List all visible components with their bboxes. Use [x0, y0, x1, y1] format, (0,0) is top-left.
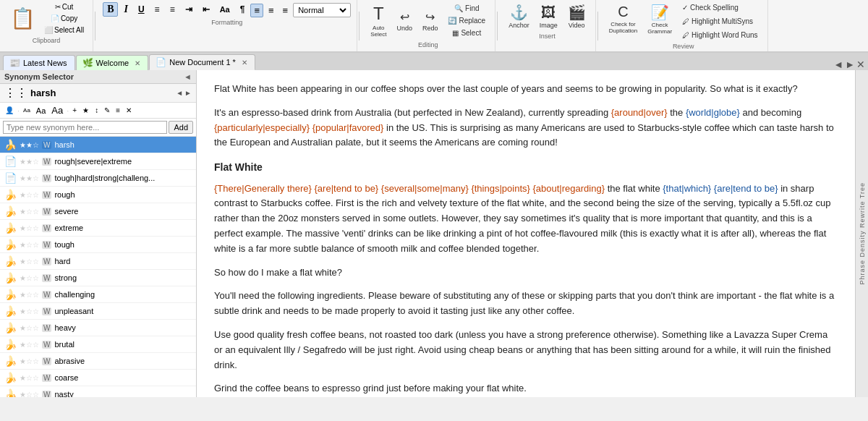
syn-item-nasty[interactable]: 🍌 ★☆☆ W nasty	[0, 386, 196, 397]
word-nav-prev[interactable]: ◄	[176, 89, 183, 97]
font-size-button[interactable]: Aa	[216, 4, 234, 15]
syn-item-nasty-icon: 🍌	[4, 388, 17, 397]
auto-select-button[interactable]: T AutoSelect	[367, 1, 390, 40]
syn-item-hard[interactable]: 🍌 ★☆☆ W hard	[0, 253, 196, 270]
align-left-button[interactable]: ≡	[250, 4, 263, 17]
doc-heading-1: Flat White	[214, 159, 838, 175]
syn-delete-button[interactable]: ✕	[124, 106, 134, 115]
align-right-button[interactable]: ≡	[279, 4, 292, 17]
close-welcome-tab[interactable]: ✕	[135, 59, 140, 67]
synonym-search-input[interactable]	[3, 121, 167, 134]
tab-latest-news[interactable]: 📰 Latest News	[3, 55, 75, 70]
doc-paragraph-6: Use good quality fresh coffee beans, not…	[214, 328, 838, 373]
check-spelling-button[interactable]: ✓ Check Spelling	[678, 1, 762, 14]
panel-title-label: Synonym Selector	[4, 72, 74, 81]
auto-select-icon: T	[373, 4, 384, 24]
image-button[interactable]: 🖼 Image	[536, 2, 561, 31]
syn-item-tough-hard[interactable]: 📄 ★★☆ W tough|hard|strong|challeng...	[0, 170, 196, 187]
nav-right-button[interactable]: ►	[845, 59, 855, 70]
close-new-document-tab[interactable]: ✕	[242, 59, 247, 67]
highlight-word-button[interactable]: 🖊 Highlight Word Runs	[678, 29, 762, 41]
syn-item-brutal[interactable]: 🍌 ★☆☆ W brutal	[0, 336, 196, 353]
italic-button[interactable]: I	[119, 2, 132, 17]
syn-toolbar-sep2: ·	[67, 106, 69, 115]
syn-item-rough[interactable]: 🍌 ★☆☆ W rough	[0, 187, 196, 203]
syn-item-strong[interactable]: 🍌 ★☆☆ W strong	[0, 270, 196, 286]
welcome-icon: 🌿	[82, 58, 93, 68]
tab-welcome[interactable]: 🌿 Welcome ✕	[76, 55, 149, 70]
syn-item-tough[interactable]: 🍌 ★☆☆ W tough	[0, 237, 196, 253]
syn-item-strong-text: strong	[54, 273, 192, 282]
panel-collapse-icon[interactable]: ◄	[184, 72, 192, 81]
tab-new-document[interactable]: 📄 New Document 1 * ✕	[149, 54, 255, 70]
syn-sort-button[interactable]: ↕	[93, 106, 101, 115]
syn-item-heavy-icon: 🍌	[4, 322, 17, 333]
check-duplication-button[interactable]: C Check forDuplication	[605, 1, 642, 36]
anchor-button[interactable]: ⚓ Anchor	[505, 1, 533, 31]
replace-button[interactable]: 🔄 Replace	[444, 14, 489, 27]
review-group: C Check forDuplication 📝 CheckGrammar ✓ …	[600, 0, 768, 51]
syn-font-large-button[interactable]: Aa	[34, 106, 48, 116]
synonym-add-button[interactable]: Add	[169, 121, 193, 134]
syn-edit-button[interactable]: ✎	[102, 106, 112, 115]
underline-button[interactable]: U	[134, 3, 149, 16]
font-style-select[interactable]: Normal Heading 1 Heading 2	[295, 5, 349, 15]
cut-button[interactable]: ✂ Cut	[41, 1, 87, 12]
syn-item-harsh[interactable]: 🍌 ★★☆ W harsh	[0, 137, 196, 153]
paragraph-mark-button[interactable]: ¶	[236, 3, 250, 16]
font-style-combo[interactable]: Normal Heading 1 Heading 2	[293, 3, 351, 17]
syn-item-challenging-stars: ★☆☆	[20, 291, 39, 299]
numbering-button[interactable]: ≡	[166, 3, 179, 16]
syn-item-severe[interactable]: 🍌 ★☆☆ W severe	[0, 203, 196, 220]
syn-item-coarse[interactable]: 🍌 ★☆☆ W coarse	[0, 370, 196, 386]
doc-para-6-text: Use good quality fresh coffee beans, not…	[214, 329, 831, 370]
nav-left-button[interactable]: ◄	[833, 59, 843, 70]
redo-button[interactable]: ↪ Redo	[419, 8, 442, 34]
doc-para-3-orange-5: {about|regarding}	[532, 183, 605, 194]
syn-item-hard-icon: 🍌	[4, 255, 17, 267]
redo-icon: ↪	[425, 10, 435, 24]
check-grammar-button[interactable]: 📝 CheckGrammar	[644, 1, 676, 37]
syn-options-button[interactable]: ≡	[114, 106, 122, 115]
syn-item-rse-icon: 📄	[4, 156, 17, 167]
check-grammar-icon: 📝	[651, 4, 669, 21]
syn-item-nasty-stars: ★☆☆	[20, 391, 39, 398]
video-button[interactable]: 🎬 Video	[564, 1, 590, 31]
select-all-button[interactable]: ⬜ Select All	[41, 25, 87, 35]
syn-person-button[interactable]: 👤	[3, 106, 16, 115]
bold-button[interactable]: B	[103, 2, 118, 17]
syn-item-rough-severe[interactable]: 📄 ★★☆ W rough|severe|extreme	[0, 153, 196, 170]
select-button[interactable]: ▦ Select	[448, 27, 485, 39]
syn-add-group-button[interactable]: +	[70, 106, 79, 115]
syn-item-extreme[interactable]: 🍌 ★☆☆ W extreme	[0, 220, 196, 237]
bullets-button[interactable]: ≡	[150, 3, 164, 16]
document-scroll[interactable]: Flat White has been appearing in our cof…	[197, 70, 855, 397]
syn-toolbar-sep1: ·	[17, 106, 20, 115]
highlight-multi-button[interactable]: 🖊 Highlight MultiSyns	[678, 15, 762, 27]
syn-item-abrasive[interactable]: 🍌 ★☆☆ W abrasive	[0, 353, 196, 370]
find-button[interactable]: 🔍 Find	[451, 2, 482, 14]
syn-item-challenging[interactable]: 🍌 ★☆☆ W challenging	[0, 286, 196, 303]
syn-item-rough-wmark: W	[42, 191, 51, 199]
doc-para-3-blue-2: {are|tend to be}	[714, 183, 778, 194]
syn-font-xl-button[interactable]: Aa	[49, 104, 65, 116]
undo-button[interactable]: ↩ Undo	[393, 8, 416, 34]
spelling-icon: ✓	[682, 4, 688, 12]
syn-add-star-button[interactable]: ★	[80, 106, 91, 115]
syn-font-small-button[interactable]: Aa	[21, 106, 33, 114]
paste-button[interactable]: 📋	[6, 5, 40, 32]
syn-item-heavy[interactable]: 🍌 ★☆☆ W heavy	[0, 320, 196, 336]
indent-dec-button[interactable]: ⇤	[198, 3, 214, 16]
nav-close-button[interactable]: ✕	[856, 59, 865, 70]
syn-item-abrasive-text: abrasive	[54, 357, 192, 365]
copy-button[interactable]: 📄 Copy	[41, 13, 87, 24]
doc-para-3-orange-4: {things|points}	[471, 183, 529, 194]
syn-item-rse-text: rough|severe|extreme	[54, 157, 192, 166]
indent-inc-button[interactable]: ⇥	[181, 3, 197, 16]
align-center-button[interactable]: ≡	[265, 4, 278, 17]
word-nav-next[interactable]: ►	[184, 89, 192, 97]
formatting-label: Formatting	[211, 19, 242, 26]
syn-item-abrasive-icon: 🍌	[4, 355, 17, 367]
syn-item-unpleasant[interactable]: 🍌 ★☆☆ W unpleasant	[0, 303, 196, 320]
video-icon: 🎬	[568, 4, 586, 21]
